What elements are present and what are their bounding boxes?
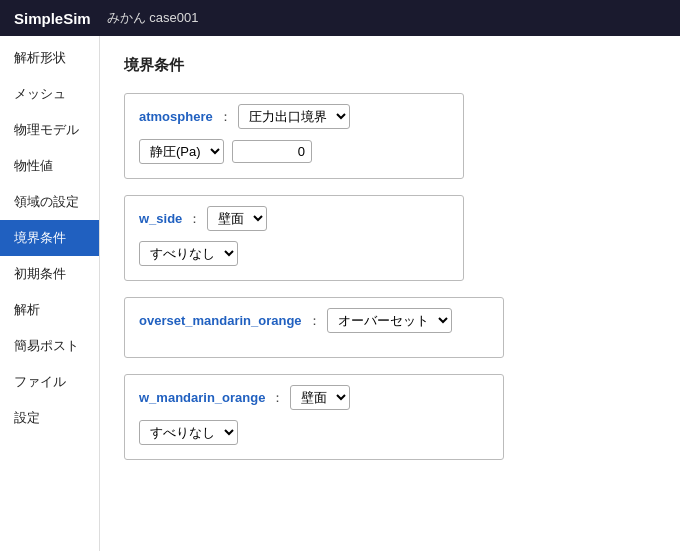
bc-block-atmosphere: atmosphere ： 圧力出口境界 静圧(Pa) — [124, 93, 464, 179]
bc-separator-atmosphere: ： — [219, 108, 232, 126]
sidebar-item-initial-conditions[interactable]: 初期条件 — [0, 256, 99, 292]
sidebar-item-physics-model[interactable]: 物理モデル — [0, 112, 99, 148]
sidebar-item-simple-post[interactable]: 簡易ポスト — [0, 328, 99, 364]
bc-name-w-side: w_side — [139, 211, 182, 226]
bc-row-atmosphere-0: 静圧(Pa) — [139, 139, 449, 164]
bc-type-select-overset-mandarin-orange[interactable]: オーバーセット — [327, 308, 452, 333]
bc-header-w-side: w_side ： 壁面 — [139, 206, 449, 231]
page-title: 境界条件 — [124, 56, 656, 75]
bc-header-w-mandarin-orange: w_mandarin_orange ： 壁面 — [139, 385, 489, 410]
app-name: SimpleSim — [14, 10, 91, 27]
bc-block-overset-mandarin-orange: overset_mandarin_orange ： オーバーセット — [124, 297, 504, 358]
sidebar-item-analysis-shape[interactable]: 解析形状 — [0, 40, 99, 76]
bc-value-atmosphere-pressure[interactable] — [232, 140, 312, 163]
bc-type-select-w-side[interactable]: 壁面 — [207, 206, 267, 231]
bc-name-overset-mandarin-orange: overset_mandarin_orange — [139, 313, 302, 328]
bc-header-atmosphere: atmosphere ： 圧力出口境界 — [139, 104, 449, 129]
bc-sub-select-w-side-slip[interactable]: すべりなし — [139, 241, 238, 266]
bc-name-atmosphere: atmosphere — [139, 109, 213, 124]
sidebar-item-analysis[interactable]: 解析 — [0, 292, 99, 328]
bc-separator-w-side: ： — [188, 210, 201, 228]
bc-sub-select-atmosphere-pressure[interactable]: 静圧(Pa) — [139, 139, 224, 164]
bc-sub-select-w-mandarin-orange-slip[interactable]: すべりなし — [139, 420, 238, 445]
sidebar-item-domain-setup[interactable]: 領域の設定 — [0, 184, 99, 220]
bc-row-w-side-0: すべりなし — [139, 241, 449, 266]
sidebar-item-file[interactable]: ファイル — [0, 364, 99, 400]
bc-separator-w-mandarin-orange: ： — [271, 389, 284, 407]
bc-type-select-atmosphere[interactable]: 圧力出口境界 — [238, 104, 350, 129]
bc-block-w-mandarin-orange: w_mandarin_orange ： 壁面 すべりなし — [124, 374, 504, 460]
sidebar-item-mesh[interactable]: メッシュ — [0, 76, 99, 112]
bc-type-select-w-mandarin-orange[interactable]: 壁面 — [290, 385, 350, 410]
main-layout: 解析形状 メッシュ 物理モデル 物性値 領域の設定 境界条件 初期条件 解析 簡… — [0, 36, 680, 551]
bc-separator-overset-mandarin-orange: ： — [308, 312, 321, 330]
bc-header-overset-mandarin-orange: overset_mandarin_orange ： オーバーセット — [139, 308, 489, 333]
bc-block-w-side: w_side ： 壁面 すべりなし — [124, 195, 464, 281]
main-content: 境界条件 atmosphere ： 圧力出口境界 静圧(Pa) w_side ： — [100, 36, 680, 551]
bc-row-w-mandarin-orange-0: すべりなし — [139, 420, 489, 445]
sidebar: 解析形状 メッシュ 物理モデル 物性値 領域の設定 境界条件 初期条件 解析 簡… — [0, 36, 100, 551]
project-name: みかん case001 — [107, 9, 199, 27]
sidebar-item-properties[interactable]: 物性値 — [0, 148, 99, 184]
sidebar-item-settings[interactable]: 設定 — [0, 400, 99, 436]
app-header: SimpleSim みかん case001 — [0, 0, 680, 36]
bc-name-w-mandarin-orange: w_mandarin_orange — [139, 390, 265, 405]
sidebar-item-boundary-conditions[interactable]: 境界条件 — [0, 220, 99, 256]
